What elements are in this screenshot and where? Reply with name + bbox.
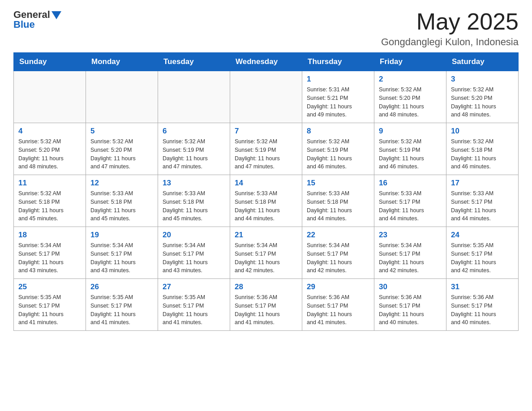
logo-blue: Blue	[13, 19, 35, 30]
calendar-cell: 1Sunrise: 5:31 AM Sunset: 5:21 PM Daylig…	[302, 71, 374, 123]
day-number: 29	[307, 283, 369, 291]
day-number: 10	[451, 127, 514, 136]
day-info: Sunrise: 5:36 AM Sunset: 5:17 PM Dayligh…	[451, 293, 514, 327]
day-number: 15	[307, 179, 369, 188]
day-info: Sunrise: 5:32 AM Sunset: 5:19 PM Dayligh…	[307, 137, 369, 171]
day-info: Sunrise: 5:34 AM Sunset: 5:17 PM Dayligh…	[235, 241, 297, 275]
day-number: 27	[163, 283, 225, 291]
day-number: 12	[90, 179, 153, 188]
calendar-cell: 19Sunrise: 5:34 AM Sunset: 5:17 PM Dayli…	[86, 227, 158, 279]
day-number: 7	[235, 127, 297, 136]
day-number: 14	[235, 179, 297, 188]
day-info: Sunrise: 5:32 AM Sunset: 5:19 PM Dayligh…	[163, 137, 225, 171]
day-info: Sunrise: 5:33 AM Sunset: 5:17 PM Dayligh…	[451, 189, 514, 223]
logo: General Blue	[13, 9, 61, 30]
day-number: 6	[163, 127, 225, 136]
day-info: Sunrise: 5:32 AM Sunset: 5:18 PM Dayligh…	[451, 137, 514, 171]
calendar-table: SundayMondayTuesdayWednesdayThursdayFrid…	[13, 52, 519, 331]
calendar-cell: 22Sunrise: 5:34 AM Sunset: 5:17 PM Dayli…	[302, 227, 374, 279]
day-info: Sunrise: 5:34 AM Sunset: 5:17 PM Dayligh…	[90, 241, 153, 275]
calendar-week-row: 4Sunrise: 5:32 AM Sunset: 5:20 PM Daylig…	[14, 123, 519, 175]
day-info: Sunrise: 5:35 AM Sunset: 5:17 PM Dayligh…	[163, 293, 225, 327]
day-of-week-header: Friday	[374, 53, 446, 71]
day-info: Sunrise: 5:35 AM Sunset: 5:17 PM Dayligh…	[18, 293, 81, 327]
calendar-cell: 28Sunrise: 5:36 AM Sunset: 5:17 PM Dayli…	[230, 279, 302, 331]
day-info: Sunrise: 5:33 AM Sunset: 5:18 PM Dayligh…	[163, 189, 225, 223]
page-header: General Blue May 2025 Gongdanglegi Kulon…	[13, 9, 519, 48]
calendar-cell: 3Sunrise: 5:32 AM Sunset: 5:20 PM Daylig…	[446, 71, 519, 123]
day-number: 2	[379, 75, 442, 84]
day-number: 17	[451, 179, 514, 188]
calendar-cell	[230, 71, 302, 123]
calendar-cell: 27Sunrise: 5:35 AM Sunset: 5:17 PM Dayli…	[158, 279, 230, 331]
calendar-cell: 31Sunrise: 5:36 AM Sunset: 5:17 PM Dayli…	[446, 279, 519, 331]
svg-marker-0	[51, 11, 61, 19]
day-number: 20	[163, 231, 225, 240]
calendar-cell: 13Sunrise: 5:33 AM Sunset: 5:18 PM Dayli…	[158, 175, 230, 227]
day-number: 13	[163, 179, 225, 188]
day-number: 9	[379, 127, 442, 136]
calendar-cell: 14Sunrise: 5:33 AM Sunset: 5:18 PM Dayli…	[230, 175, 302, 227]
calendar-week-row: 25Sunrise: 5:35 AM Sunset: 5:17 PM Dayli…	[14, 279, 519, 331]
calendar-cell: 30Sunrise: 5:36 AM Sunset: 5:17 PM Dayli…	[374, 279, 446, 331]
day-info: Sunrise: 5:31 AM Sunset: 5:21 PM Dayligh…	[307, 86, 369, 119]
day-info: Sunrise: 5:32 AM Sunset: 5:20 PM Dayligh…	[451, 86, 514, 119]
day-number: 8	[307, 127, 369, 136]
calendar-week-row: 11Sunrise: 5:32 AM Sunset: 5:18 PM Dayli…	[14, 175, 519, 227]
calendar-cell	[14, 71, 86, 123]
day-number: 25	[18, 283, 81, 291]
day-info: Sunrise: 5:34 AM Sunset: 5:17 PM Dayligh…	[379, 241, 442, 275]
day-info: Sunrise: 5:34 AM Sunset: 5:17 PM Dayligh…	[163, 241, 225, 275]
day-number: 3	[451, 75, 514, 84]
day-info: Sunrise: 5:34 AM Sunset: 5:17 PM Dayligh…	[307, 241, 369, 275]
calendar-header-row: SundayMondayTuesdayWednesdayThursdayFrid…	[14, 53, 519, 71]
day-of-week-header: Tuesday	[158, 53, 230, 71]
calendar-cell: 21Sunrise: 5:34 AM Sunset: 5:17 PM Dayli…	[230, 227, 302, 279]
day-number: 22	[307, 231, 369, 240]
day-info: Sunrise: 5:36 AM Sunset: 5:17 PM Dayligh…	[379, 293, 442, 327]
calendar-cell: 6Sunrise: 5:32 AM Sunset: 5:19 PM Daylig…	[158, 123, 230, 175]
logo-triangle-icon	[51, 11, 61, 19]
calendar-cell: 23Sunrise: 5:34 AM Sunset: 5:17 PM Dayli…	[374, 227, 446, 279]
day-of-week-header: Sunday	[14, 53, 86, 71]
title-block: May 2025 Gongdanglegi Kulon, Indonesia	[381, 9, 519, 48]
calendar-cell: 15Sunrise: 5:33 AM Sunset: 5:18 PM Dayli…	[302, 175, 374, 227]
calendar-cell: 25Sunrise: 5:35 AM Sunset: 5:17 PM Dayli…	[14, 279, 86, 331]
day-info: Sunrise: 5:32 AM Sunset: 5:19 PM Dayligh…	[379, 137, 442, 171]
day-number: 24	[451, 231, 514, 240]
day-info: Sunrise: 5:32 AM Sunset: 5:19 PM Dayligh…	[235, 137, 297, 171]
calendar-cell: 16Sunrise: 5:33 AM Sunset: 5:17 PM Dayli…	[374, 175, 446, 227]
day-info: Sunrise: 5:32 AM Sunset: 5:20 PM Dayligh…	[379, 86, 442, 119]
day-info: Sunrise: 5:33 AM Sunset: 5:18 PM Dayligh…	[90, 189, 153, 223]
day-number: 28	[235, 283, 297, 291]
calendar-cell: 8Sunrise: 5:32 AM Sunset: 5:19 PM Daylig…	[302, 123, 374, 175]
calendar-cell: 20Sunrise: 5:34 AM Sunset: 5:17 PM Dayli…	[158, 227, 230, 279]
day-number: 21	[235, 231, 297, 240]
day-number: 4	[18, 127, 81, 136]
day-info: Sunrise: 5:33 AM Sunset: 5:17 PM Dayligh…	[379, 189, 442, 223]
day-of-week-header: Saturday	[446, 53, 519, 71]
calendar-cell	[86, 71, 158, 123]
location-title: Gongdanglegi Kulon, Indonesia	[381, 36, 519, 48]
calendar-cell	[158, 71, 230, 123]
day-info: Sunrise: 5:32 AM Sunset: 5:18 PM Dayligh…	[18, 189, 81, 223]
day-info: Sunrise: 5:36 AM Sunset: 5:17 PM Dayligh…	[307, 293, 369, 327]
day-number: 16	[379, 179, 442, 188]
day-number: 30	[379, 283, 442, 291]
day-info: Sunrise: 5:36 AM Sunset: 5:17 PM Dayligh…	[235, 293, 297, 327]
calendar-cell: 12Sunrise: 5:33 AM Sunset: 5:18 PM Dayli…	[86, 175, 158, 227]
calendar-cell: 17Sunrise: 5:33 AM Sunset: 5:17 PM Dayli…	[446, 175, 519, 227]
day-number: 19	[90, 231, 153, 240]
month-title: May 2025	[381, 9, 519, 34]
calendar-cell: 5Sunrise: 5:32 AM Sunset: 5:20 PM Daylig…	[86, 123, 158, 175]
day-number: 18	[18, 231, 81, 240]
day-number: 11	[18, 179, 81, 188]
calendar-cell: 7Sunrise: 5:32 AM Sunset: 5:19 PM Daylig…	[230, 123, 302, 175]
day-info: Sunrise: 5:34 AM Sunset: 5:17 PM Dayligh…	[18, 241, 81, 275]
calendar-cell: 9Sunrise: 5:32 AM Sunset: 5:19 PM Daylig…	[374, 123, 446, 175]
day-info: Sunrise: 5:32 AM Sunset: 5:20 PM Dayligh…	[18, 137, 81, 171]
calendar-cell: 10Sunrise: 5:32 AM Sunset: 5:18 PM Dayli…	[446, 123, 519, 175]
day-info: Sunrise: 5:32 AM Sunset: 5:20 PM Dayligh…	[90, 137, 153, 171]
day-number: 26	[90, 283, 153, 291]
day-of-week-header: Monday	[86, 53, 158, 71]
